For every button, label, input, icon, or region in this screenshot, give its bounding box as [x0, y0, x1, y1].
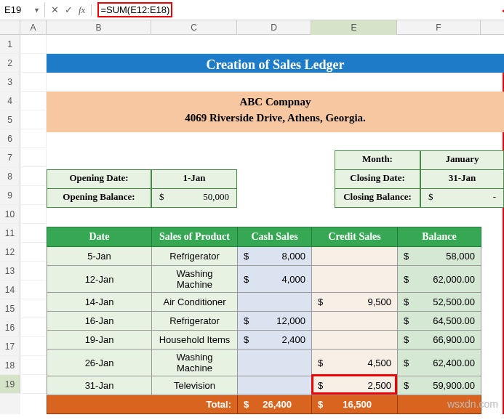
cell-cash[interactable]: $4,000: [238, 266, 312, 293]
row-header[interactable]: 3: [0, 73, 20, 92]
row-header[interactable]: 7: [0, 148, 20, 167]
name-box-dropdown-icon[interactable]: ▼: [33, 7, 40, 14]
row-header[interactable]: 18: [0, 356, 20, 375]
closing-date-label: Closing Date:: [335, 169, 420, 189]
cell-product[interactable]: Refrigerator: [152, 247, 238, 266]
table-row: 16-JanRefrigerator$12,000$64,500.00: [47, 312, 481, 331]
cell-balance[interactable]: $58,000: [398, 247, 481, 266]
table-row: 19-JanHousehold Items$2,400$66,900.00: [47, 331, 481, 350]
th-balance: Balance: [398, 227, 481, 247]
col-header-F[interactable]: F: [397, 20, 481, 35]
cell-date[interactable]: 16-Jan: [47, 312, 152, 331]
select-all-triangle[interactable]: [0, 20, 20, 35]
cell-credit[interactable]: [312, 331, 398, 350]
table-row: 5-JanRefrigerator$8,000$58,000: [47, 247, 481, 266]
company-name: ABC Compnay: [47, 96, 504, 112]
row-header[interactable]: 13: [0, 262, 20, 280]
cell-product[interactable]: Washing Machine: [152, 266, 238, 293]
th-cash: Cash Sales: [238, 227, 312, 247]
th-date: Date: [47, 227, 152, 247]
th-credit: Credit Sales: [312, 227, 398, 247]
col-header-E[interactable]: E: [311, 20, 397, 35]
cell-cash[interactable]: $12,000: [238, 312, 312, 331]
row-header[interactable]: 10: [0, 205, 20, 224]
cell-cash[interactable]: [238, 350, 312, 376]
fx-icon[interactable]: fx: [79, 4, 85, 16]
total-cash[interactable]: $26,400: [238, 395, 312, 414]
cell-balance[interactable]: $62,400.00: [398, 350, 481, 376]
row-header[interactable]: 11: [0, 224, 20, 243]
cell-balance[interactable]: $64,500.00: [398, 312, 481, 331]
cell-balance[interactable]: $62,000.00: [398, 266, 481, 293]
cell-date[interactable]: 12-Jan: [47, 266, 152, 293]
month-label: Month:: [335, 150, 420, 170]
row-header[interactable]: 16: [0, 318, 20, 337]
cell-cash[interactable]: $2,400: [238, 331, 312, 350]
confirm-icon[interactable]: ✓: [65, 4, 73, 15]
month-value[interactable]: January: [420, 150, 504, 170]
column-headers: A B C D E F: [0, 20, 504, 35]
cell-cash[interactable]: [238, 293, 312, 312]
cell-balance[interactable]: $66,900.00: [398, 331, 481, 350]
cell-date[interactable]: 31-Jan: [47, 376, 152, 395]
cell-credit[interactable]: [312, 266, 398, 293]
col-header-C[interactable]: C: [151, 20, 237, 35]
cell-product[interactable]: Refrigerator: [152, 312, 238, 331]
row-header[interactable]: 19: [0, 375, 20, 394]
opening-date-label: Opening Date:: [47, 169, 151, 189]
cell-cash[interactable]: [238, 376, 312, 395]
row-header[interactable]: 17: [0, 337, 20, 356]
watermark: wsxdn.com: [447, 398, 498, 410]
row-header[interactable]: 2: [0, 54, 20, 73]
th-product: Sales of Product: [152, 227, 238, 247]
formula-bar: E19 ▼ ✕ ✓ fx =SUM(E12:E18): [0, 0, 504, 20]
cancel-icon[interactable]: ✕: [51, 4, 59, 15]
company-box: ABC Compnay 4069 Riverside Drive, Athens…: [47, 92, 504, 132]
cell-date[interactable]: 14-Jan: [47, 293, 152, 312]
name-box[interactable]: E19 ▼: [0, 2, 45, 17]
cell-date[interactable]: 5-Jan: [47, 247, 152, 266]
table-row: 31-JanTelevision$2,500$59,900.00: [47, 376, 481, 395]
formula-input[interactable]: =SUM(E12:E18): [92, 0, 504, 20]
col-header-A[interactable]: A: [20, 20, 47, 35]
cell-balance[interactable]: $52,500.00: [398, 293, 481, 312]
company-address: 4069 Riverside Drive, Athens, Georgia.: [47, 112, 504, 128]
row-header[interactable]: 1: [0, 35, 20, 54]
cell-credit[interactable]: $2,500: [312, 376, 398, 395]
row-header[interactable]: 4: [0, 92, 20, 110]
opening-balance-value[interactable]: $50,000: [151, 188, 237, 208]
cells-area[interactable]: Creation of Sales Ledger ABC Compnay 406…: [20, 35, 504, 414]
table-row: 12-JanWashing Machine$4,000$62,000.00: [47, 266, 481, 293]
cell-credit[interactable]: $4,500: [312, 350, 398, 376]
cell-credit[interactable]: $9,500: [312, 293, 398, 312]
cell-product[interactable]: Air Conditioner: [152, 293, 238, 312]
cell-date[interactable]: 26-Jan: [47, 350, 152, 376]
row-header[interactable]: 14: [0, 280, 20, 299]
cell-balance[interactable]: $59,900.00: [398, 376, 481, 395]
row-header[interactable]: 12: [0, 243, 20, 262]
cell-product[interactable]: Television: [152, 376, 238, 395]
formula-text: =SUM(E12:E18): [97, 2, 172, 17]
table-header-row: Date Sales of Product Cash Sales Credit …: [47, 227, 481, 247]
cell-product[interactable]: Washing Machine: [152, 350, 238, 376]
closing-balance-label: Closing Balance:: [335, 188, 420, 208]
opening-date-value[interactable]: 1-Jan: [151, 169, 237, 189]
row-header[interactable]: 9: [0, 186, 20, 205]
cell-cash[interactable]: $8,000: [238, 247, 312, 266]
opening-balance-label: Opening Balance:: [47, 188, 151, 208]
row-header[interactable]: 8: [0, 167, 20, 186]
col-header-D[interactable]: D: [237, 20, 311, 35]
closing-date-value[interactable]: 31-Jan: [420, 169, 504, 189]
closing-balance-value[interactable]: $-: [420, 188, 504, 208]
cell-date[interactable]: 19-Jan: [47, 331, 152, 350]
cell-product[interactable]: Household Items: [152, 331, 238, 350]
cell-credit[interactable]: [312, 247, 398, 266]
row-headers: 1 2 3 4 5 6 7 8 9 10 11 12 13 14 15 16 1…: [0, 35, 20, 414]
col-header-B[interactable]: B: [47, 20, 151, 35]
total-row: Total: $26,400 $16,500: [47, 395, 481, 414]
total-credit[interactable]: $16,500: [312, 395, 398, 414]
row-header[interactable]: 15: [0, 299, 20, 318]
row-header[interactable]: 5: [0, 110, 20, 129]
cell-credit[interactable]: [312, 312, 398, 331]
row-header[interactable]: 6: [0, 129, 20, 148]
